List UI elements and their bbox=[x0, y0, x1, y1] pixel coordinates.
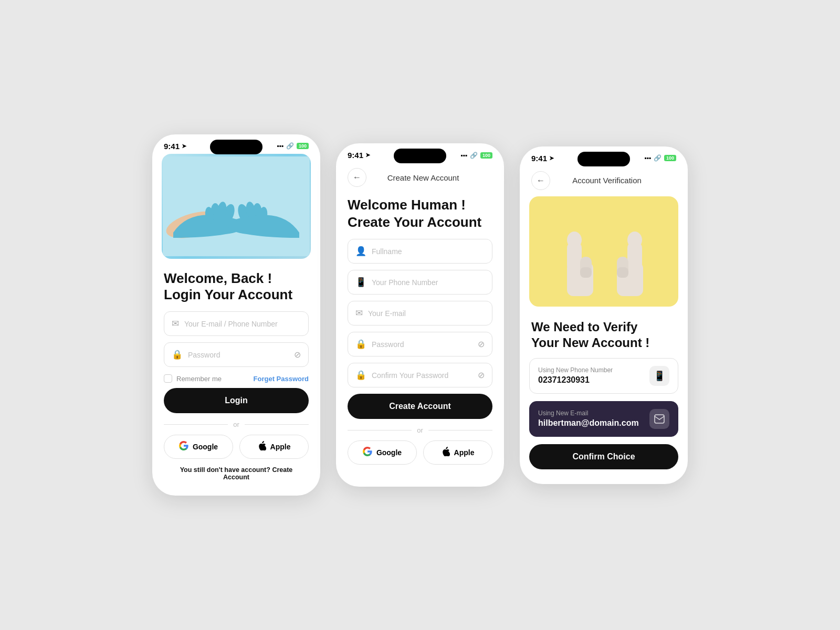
confirm-password-placeholder: Confirm Your Password bbox=[372, 371, 472, 380]
person-icon: 👤 bbox=[355, 246, 366, 257]
divider-line-right-2 bbox=[428, 430, 492, 430]
email-placeholder: Your E-mail / Phone Number bbox=[184, 320, 301, 328]
lock-icon-2: 🔒 bbox=[355, 339, 366, 350]
email-icon-2: ✉ bbox=[355, 308, 363, 319]
apple-icon-1 bbox=[258, 441, 266, 453]
hero-image-verify bbox=[529, 196, 678, 307]
status-bar-3: 9:41 ➤ ▪▪▪ 🔗 100 bbox=[520, 146, 688, 166]
confirm-choice-button[interactable]: Confirm Choice bbox=[529, 444, 678, 469]
divider-line-left-2 bbox=[348, 430, 412, 430]
remember-row: Remember me Forget Password bbox=[164, 373, 309, 388]
remember-label: Remember me bbox=[176, 375, 222, 383]
email-placeholder-2: Your E-mail bbox=[368, 309, 485, 318]
phone-icon: 📱 bbox=[355, 277, 366, 288]
login-form: ✉ Your E-mail / Phone Number 🔒 Password … bbox=[152, 303, 320, 481]
email-verify-card[interactable]: Using New E-mail hilbertman@domain.com bbox=[529, 401, 678, 437]
remember-left: Remember me bbox=[164, 374, 222, 383]
eye-off-icon-3[interactable]: ⊘ bbox=[478, 370, 485, 380]
google-label-2: Google bbox=[376, 448, 402, 457]
back-button-2[interactable]: ← bbox=[348, 168, 366, 187]
phone-input-row[interactable]: 📱 Your Phone Number bbox=[348, 270, 492, 295]
password-input-row-2[interactable]: 🔒 Password ⊘ bbox=[348, 332, 492, 356]
google-button-1[interactable]: Google bbox=[164, 435, 233, 459]
status-bar-1: 9:41 ➤ ▪▪▪ 🔗 100 bbox=[152, 134, 320, 154]
apple-icon-2 bbox=[442, 447, 450, 458]
svg-point-18 bbox=[627, 232, 642, 248]
create-welcome: Welcome Human ! Create Your Account bbox=[336, 189, 504, 230]
email-verify-label: Using New E-mail bbox=[538, 410, 639, 417]
divider-line-left bbox=[164, 424, 228, 425]
apple-button-2[interactable]: Apple bbox=[423, 440, 492, 465]
email-verify-info: Using New E-mail hilbertman@domain.com bbox=[538, 410, 639, 428]
phone-verify-info: Using New Phone Number 02371230931 bbox=[538, 366, 613, 385]
google-label-1: Google bbox=[193, 443, 218, 451]
dynamic-island-2 bbox=[394, 149, 446, 163]
nav-title-2: Create New Account bbox=[373, 173, 474, 182]
phone-verify-icon: 📱 bbox=[649, 366, 669, 386]
password-input-row[interactable]: 🔒 Password ⊘ bbox=[164, 342, 309, 367]
location-icon-3: ➤ bbox=[549, 155, 554, 162]
svg-rect-21 bbox=[655, 415, 664, 423]
svg-rect-0 bbox=[163, 156, 310, 256]
hero-image-login bbox=[162, 154, 311, 259]
status-time-1: 9:41 ➤ bbox=[164, 142, 186, 151]
status-icons-3: ▪▪▪ 🔗 100 bbox=[644, 154, 676, 162]
location-icon-2: ➤ bbox=[365, 152, 370, 159]
signal-icon-3: ▪▪▪ bbox=[644, 154, 651, 162]
login-welcome: Welcome, Back ! Login Your Account bbox=[152, 259, 320, 303]
email-verify-value: hilbertman@domain.com bbox=[538, 418, 639, 428]
fullname-placeholder: Fullname bbox=[372, 247, 485, 256]
verify-welcome: We Need to Verify Your New Account ! bbox=[520, 311, 688, 351]
email-input-row[interactable]: ✉ Your E-mail / Phone Number bbox=[164, 311, 309, 336]
google-icon-1 bbox=[179, 441, 188, 453]
create-form: 👤 Fullname 📱 Your Phone Number ✉ Your E-… bbox=[336, 230, 504, 465]
divider-line-right bbox=[245, 424, 309, 425]
dynamic-island-1 bbox=[210, 140, 262, 154]
bottom-link-1: You still don't have account? Create Acc… bbox=[164, 466, 309, 481]
status-icons-2: ▪▪▪ 🔗 100 bbox=[460, 152, 492, 159]
phone-placeholder: Your Phone Number bbox=[372, 278, 485, 287]
nav-bar-3: ← Account Verification bbox=[520, 166, 688, 192]
svg-rect-15 bbox=[580, 267, 592, 278]
link-icon-2: 🔗 bbox=[470, 152, 478, 159]
phone-verify-card[interactable]: Using New Phone Number 02371230931 📱 bbox=[529, 358, 678, 394]
google-icon-2 bbox=[363, 447, 372, 458]
social-buttons-2: Google Apple bbox=[348, 440, 492, 465]
confirm-password-input-row[interactable]: 🔒 Confirm Your Password ⊘ bbox=[348, 363, 492, 387]
link-icon-3: 🔗 bbox=[654, 154, 662, 162]
password-placeholder-2: Password bbox=[372, 340, 472, 349]
email-input-row-2[interactable]: ✉ Your E-mail bbox=[348, 301, 492, 326]
svg-rect-20 bbox=[617, 267, 628, 278]
status-time-3: 9:41 ➤ bbox=[531, 154, 554, 163]
link-icon-1: 🔗 bbox=[286, 142, 294, 150]
divider-2: or bbox=[348, 426, 492, 434]
create-account-button[interactable]: Create Account bbox=[348, 394, 492, 419]
back-button-3[interactable]: ← bbox=[531, 171, 550, 190]
svg-point-13 bbox=[567, 232, 582, 248]
status-time-2: 9:41 ➤ bbox=[348, 151, 370, 160]
divider-text-2: or bbox=[417, 426, 423, 434]
apple-button-1[interactable]: Apple bbox=[239, 435, 309, 459]
verification-screen: 9:41 ➤ ▪▪▪ 🔗 100 ← Account Verification bbox=[520, 146, 688, 484]
eye-off-icon-2[interactable]: ⊘ bbox=[478, 339, 485, 349]
phone-verify-value: 02371230931 bbox=[538, 375, 613, 385]
lock-icon: 🔒 bbox=[172, 349, 183, 360]
fullname-input-row[interactable]: 👤 Fullname bbox=[348, 239, 492, 264]
email-icon: ✉ bbox=[172, 318, 179, 329]
svg-rect-10 bbox=[530, 199, 677, 304]
apple-label-1: Apple bbox=[270, 443, 291, 451]
create-account-screen: 9:41 ➤ ▪▪▪ 🔗 100 ← Create New Account We… bbox=[336, 143, 504, 487]
lock-icon-3: 🔒 bbox=[355, 370, 366, 381]
dynamic-island-3 bbox=[578, 152, 630, 166]
apple-label-2: Apple bbox=[454, 448, 475, 457]
phone-verify-label: Using New Phone Number bbox=[538, 366, 613, 374]
google-button-2[interactable]: Google bbox=[348, 440, 417, 465]
battery-3: 100 bbox=[664, 155, 676, 161]
forget-password-link[interactable]: Forget Password bbox=[254, 375, 309, 383]
remember-checkbox[interactable] bbox=[164, 374, 172, 383]
login-screen: 9:41 ➤ ▪▪▪ 🔗 100 bbox=[152, 134, 320, 496]
login-button[interactable]: Login bbox=[164, 388, 309, 413]
eye-off-icon[interactable]: ⊘ bbox=[294, 350, 301, 360]
signal-icon-1: ▪▪▪ bbox=[277, 142, 284, 150]
status-bar-2: 9:41 ➤ ▪▪▪ 🔗 100 bbox=[336, 143, 504, 163]
